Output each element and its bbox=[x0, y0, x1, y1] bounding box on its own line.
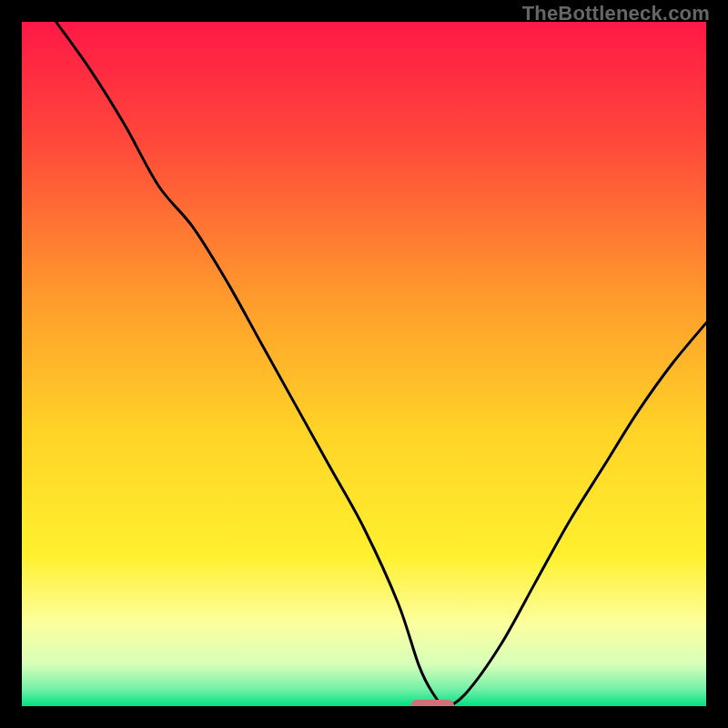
chart-frame bbox=[0, 0, 728, 728]
watermark-text: TheBottleneck.com bbox=[522, 2, 710, 25]
chart-svg bbox=[0, 0, 728, 728]
